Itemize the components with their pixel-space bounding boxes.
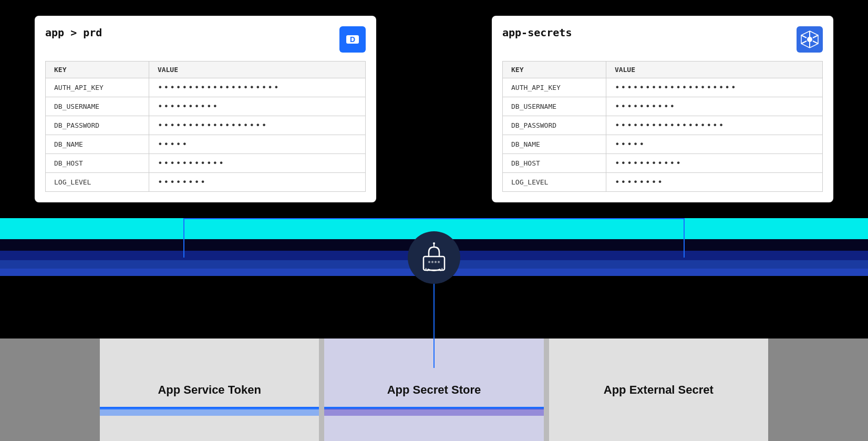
- table-row: DB_USERNAME••••••••••: [46, 97, 366, 116]
- connector-center-vertical: [433, 284, 435, 368]
- value-cell: ••••••••••••••••••: [149, 116, 365, 135]
- left-gray-strip: [0, 339, 100, 441]
- key-cell: AUTH_API_KEY: [503, 78, 606, 97]
- value-cell: ••••••••••: [606, 97, 822, 116]
- key-cell: AUTH_API_KEY: [46, 78, 149, 97]
- doppler-logo-svg: D: [344, 31, 361, 48]
- svg-point-4: [807, 37, 812, 42]
- left-card-title: app > prd: [45, 26, 102, 39]
- left-col-key: KEY: [46, 61, 149, 78]
- connector-right-horizontal: [432, 218, 685, 219]
- svg-point-13: [433, 242, 435, 244]
- value-cell: ••••••••: [149, 173, 365, 192]
- right-secrets-table: KEY VALUE AUTH_API_KEY••••••••••••••••••…: [502, 61, 823, 192]
- value-cell: •••••••••••: [606, 154, 822, 173]
- key-cell: DB_USERNAME: [503, 97, 606, 116]
- key-cell: DB_HOST: [46, 154, 149, 173]
- key-cell: DB_NAME: [503, 135, 606, 154]
- lock-circle: ****: [408, 231, 460, 284]
- lock-icon-svg: ****: [418, 242, 450, 273]
- key-cell: DB_HOST: [503, 154, 606, 173]
- value-cell: ••••••••••••••••••••: [149, 78, 365, 97]
- key-cell: LOG_LEVEL: [46, 173, 149, 192]
- middle-divider2: [544, 339, 549, 441]
- value-cell: ••••••••••••••••••: [606, 116, 822, 135]
- left-col-value: VALUE: [149, 61, 365, 78]
- k8s-logo-svg: [800, 30, 819, 49]
- table-row: DB_HOST•••••••••••: [503, 154, 823, 173]
- middle-divider1: [319, 339, 324, 441]
- doppler-icon: D: [339, 26, 366, 53]
- right-card: app-secrets KEY VALUE: [492, 16, 833, 202]
- table-row: AUTH_API_KEY••••••••••••••••••••: [503, 78, 823, 97]
- connector-left-vertical: [183, 218, 184, 258]
- secret-store-label: App Secret Store: [387, 383, 481, 397]
- key-cell: DB_NAME: [46, 135, 149, 154]
- key-cell: DB_PASSWORD: [46, 116, 149, 135]
- table-row: DB_HOST•••••••••••: [46, 154, 366, 173]
- key-cell: DB_USERNAME: [46, 97, 149, 116]
- external-secret-label: App External Secret: [604, 383, 714, 397]
- table-row: DB_USERNAME••••••••••: [503, 97, 823, 116]
- table-row: LOG_LEVEL••••••••: [503, 173, 823, 192]
- table-row: AUTH_API_KEY••••••••••••••••••••: [46, 78, 366, 97]
- svg-text:****: ****: [428, 260, 440, 266]
- value-cell: •••••••••••: [149, 154, 365, 173]
- value-cell: ••••••••••: [149, 97, 365, 116]
- right-card-header: app-secrets: [502, 26, 823, 53]
- connector-left-horizontal: [183, 218, 436, 219]
- value-cell: ••••••••: [606, 173, 822, 192]
- svg-text:D: D: [350, 35, 355, 44]
- value-cell: •••••: [149, 135, 365, 154]
- secret-store-line2: [324, 408, 543, 416]
- right-gray-strip: [768, 339, 868, 441]
- service-token-line2: [100, 408, 319, 416]
- service-token-label: App Service Token: [158, 383, 261, 397]
- left-card-header: app > prd D: [45, 26, 366, 53]
- kubernetes-icon: [797, 26, 823, 53]
- right-card-title: app-secrets: [502, 26, 572, 39]
- value-cell: •••••: [606, 135, 822, 154]
- table-row: DB_PASSWORD••••••••••••••••••: [503, 116, 823, 135]
- key-cell: DB_PASSWORD: [503, 116, 606, 135]
- cards-area: app > prd D KEY VALUE AUTH_API_KEY••••••…: [0, 16, 868, 202]
- right-col-value: VALUE: [606, 61, 822, 78]
- table-row: LOG_LEVEL••••••••: [46, 173, 366, 192]
- right-col-key: KEY: [503, 61, 606, 78]
- left-secrets-table: KEY VALUE AUTH_API_KEY••••••••••••••••••…: [45, 61, 366, 192]
- table-row: DB_NAME•••••: [503, 135, 823, 154]
- external-secret-block: App External Secret: [549, 339, 768, 441]
- table-row: DB_PASSWORD••••••••••••••••••: [46, 116, 366, 135]
- table-row: DB_NAME•••••: [46, 135, 366, 154]
- value-cell: ••••••••••••••••••••: [606, 78, 822, 97]
- connector-right-vertical: [684, 218, 685, 258]
- service-token-block: App Service Token: [100, 339, 319, 441]
- key-cell: LOG_LEVEL: [503, 173, 606, 192]
- left-card: app > prd D KEY VALUE AUTH_API_KEY••••••…: [35, 16, 376, 202]
